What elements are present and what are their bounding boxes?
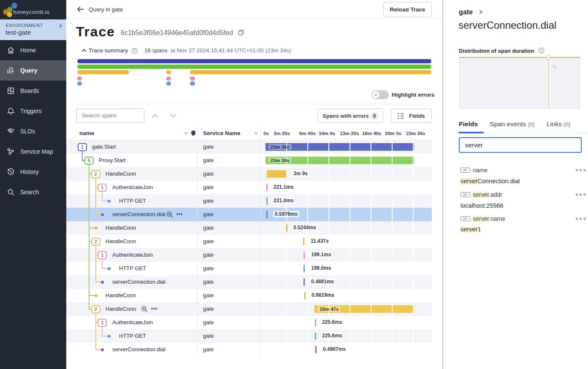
- svg-text:?: ?: [133, 49, 136, 53]
- svg-text:?: ?: [540, 49, 543, 53]
